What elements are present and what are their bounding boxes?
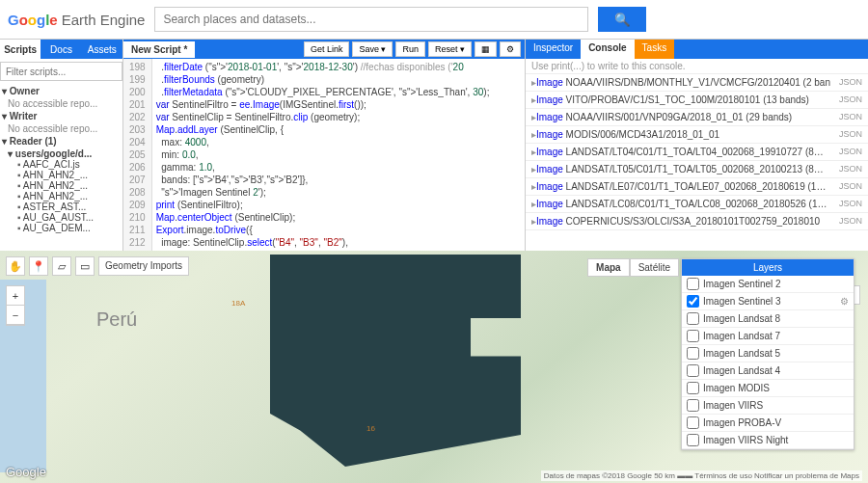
console-row[interactable]: Image NOAA/VIIRS/001/VNP09GA/2018_01_01 … xyxy=(526,109,868,126)
tree-reader[interactable]: ▾ Reader (1) xyxy=(2,136,121,147)
apps-button[interactable]: ▦ xyxy=(475,41,497,57)
layer-item[interactable]: Imagen VIIRS Night xyxy=(682,432,854,449)
script-file[interactable]: AHN_AHN2_... xyxy=(17,191,121,201)
search-input[interactable] xyxy=(154,7,588,32)
console-row[interactable]: Image VITO/PROBAV/C1/S1_TOC_100M/2018010… xyxy=(526,92,868,109)
layer-item[interactable]: Imagen Landsat 4 xyxy=(682,362,854,380)
code-editor[interactable]: 1981992002012022032042052062072082092102… xyxy=(123,59,525,251)
filter-scripts-input[interactable] xyxy=(0,62,122,81)
console-row[interactable]: Image LANDSAT/LT04/C01/T1_TOA/LT04_00206… xyxy=(526,144,868,161)
map-attribution: Datos de mapas ©2018 Google 50 km ▬▬ Tér… xyxy=(541,470,862,481)
script-file[interactable]: AU_GA_AUST... xyxy=(17,212,121,223)
layer-checkbox[interactable] xyxy=(687,364,699,377)
script-file[interactable]: AAFC_ACI.js xyxy=(17,159,121,170)
search-icon: 🔍 xyxy=(614,13,631,27)
tab-tasks[interactable]: Tasks xyxy=(635,40,675,59)
console-row[interactable]: Image NOAA/VIIRS/DNB/MONTHLY_V1/VCMCFG/2… xyxy=(526,74,868,92)
maptype-map[interactable]: Mapa xyxy=(587,258,630,277)
layer-checkbox[interactable] xyxy=(687,347,699,360)
layer-checkbox[interactable] xyxy=(687,382,699,394)
zoom-in[interactable]: + xyxy=(7,286,24,306)
maptype-satellite[interactable]: Satélite xyxy=(630,258,679,277)
google-logo: Google xyxy=(6,465,46,479)
layer-checkbox[interactable] xyxy=(687,330,699,342)
layer-checkbox[interactable] xyxy=(687,399,699,412)
shape-tool[interactable]: ▱ xyxy=(52,256,71,276)
scripts-tree: ▾ Owner No accessible repo... ▾ Writer N… xyxy=(0,84,122,233)
layer-checkbox[interactable] xyxy=(687,416,699,429)
tab-console[interactable]: Console xyxy=(581,40,634,59)
tab-assets[interactable]: Assets xyxy=(82,40,122,59)
console-row[interactable]: Image LANDSAT/LT05/C01/T1_TOA/LT05_00206… xyxy=(526,161,868,178)
console-row[interactable]: Image LANDSAT/LE07/C01/T1_TOA/LE07_00206… xyxy=(526,178,868,196)
logo: Google Earth Engine xyxy=(8,12,145,28)
gear-icon: ⚙ xyxy=(506,44,514,54)
tree-writer[interactable]: ▾ Writer xyxy=(2,111,121,121)
getlink-button[interactable]: Get Link xyxy=(304,41,350,57)
geometry-imports[interactable]: Geometry Imports xyxy=(98,256,189,276)
layer-item[interactable]: Imagen Landsat 7 xyxy=(682,328,854,345)
tree-owner[interactable]: ▾ Owner xyxy=(2,86,121,96)
editor-tab[interactable]: New Script * xyxy=(123,41,195,58)
tab-scripts[interactable]: Scripts xyxy=(0,40,41,59)
layer-item[interactable]: Imagen Sentinel 3⚙ xyxy=(682,293,854,310)
layer-checkbox[interactable] xyxy=(687,434,699,446)
map-label-peru: Perú xyxy=(96,309,137,331)
script-file[interactable]: AHN_AHN2_... xyxy=(17,170,121,180)
rect-tool[interactable]: ▭ xyxy=(75,256,95,276)
script-file[interactable]: AU_GA_DEM... xyxy=(17,223,121,233)
console-row[interactable]: Image LANDSAT/LC08/C01/T1_TOA/LC08_00206… xyxy=(526,196,868,213)
gear-icon[interactable]: ⚙ xyxy=(840,296,849,307)
tab-docs[interactable]: Docs xyxy=(41,40,81,59)
settings-button[interactable]: ⚙ xyxy=(500,41,521,57)
layer-item[interactable]: Imagen Landsat 5 xyxy=(682,345,854,362)
layer-item[interactable]: Imagen MODIS xyxy=(682,380,854,397)
layer-checkbox[interactable] xyxy=(687,295,699,308)
script-file[interactable]: AHN_AHN2_... xyxy=(17,180,121,191)
script-file[interactable]: ASTER_AST... xyxy=(17,201,121,212)
tree-repo[interactable]: ▾ users/google/d... xyxy=(8,148,121,159)
layer-checkbox[interactable] xyxy=(687,278,699,290)
console-row[interactable]: Image COPERNICUS/S3/OLCI/S3A_20180101T00… xyxy=(526,213,868,230)
console-hint: Use print(...) to write to this console. xyxy=(526,59,868,74)
map-polygon xyxy=(270,255,521,467)
hand-tool[interactable]: ✋ xyxy=(6,256,25,276)
console-row[interactable]: Image MODIS/006/MCD43A1/2018_01_01JSON xyxy=(526,126,868,144)
layer-checkbox[interactable] xyxy=(687,312,699,325)
save-button[interactable]: Save ▾ xyxy=(352,41,393,57)
layers-panel: Layers Imagen Sentinel 2Imagen Sentinel … xyxy=(681,258,854,450)
tab-inspector[interactable]: Inspector xyxy=(526,40,581,59)
run-button[interactable]: Run xyxy=(395,41,425,57)
layer-item[interactable]: Imagen PROBA-V xyxy=(682,415,854,432)
layer-item[interactable]: Imagen Landsat 8 xyxy=(682,310,854,328)
marker-tool[interactable]: 📍 xyxy=(29,256,48,276)
layer-item[interactable]: Imagen VIIRS xyxy=(682,397,854,415)
search-button[interactable]: 🔍 xyxy=(598,7,646,32)
reset-button[interactable]: Reset ▾ xyxy=(428,41,472,57)
layer-item[interactable]: Imagen Sentinel 2 xyxy=(682,276,854,293)
map[interactable]: Perú 18A 16 ✋ 📍 ▱ ▭ Geometry Imports + −… xyxy=(0,251,868,483)
zoom-out[interactable]: − xyxy=(7,306,24,325)
layers-header[interactable]: Layers xyxy=(682,259,854,276)
